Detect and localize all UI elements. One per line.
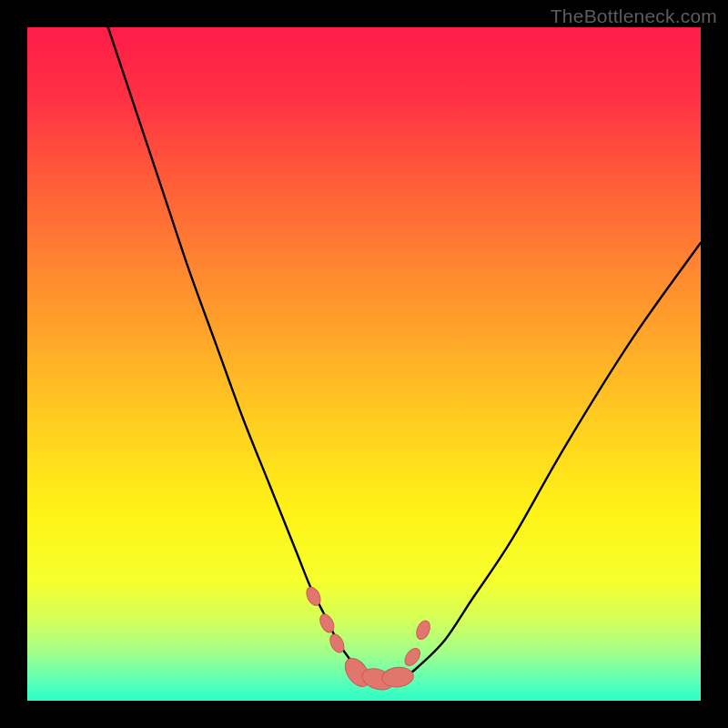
gradient-background — [27, 27, 701, 701]
chart-frame: TheBottleneck.com — [0, 0, 728, 728]
watermark-text: TheBottleneck.com — [551, 5, 717, 27]
chart-svg — [27, 27, 701, 701]
plot-area — [27, 27, 701, 701]
